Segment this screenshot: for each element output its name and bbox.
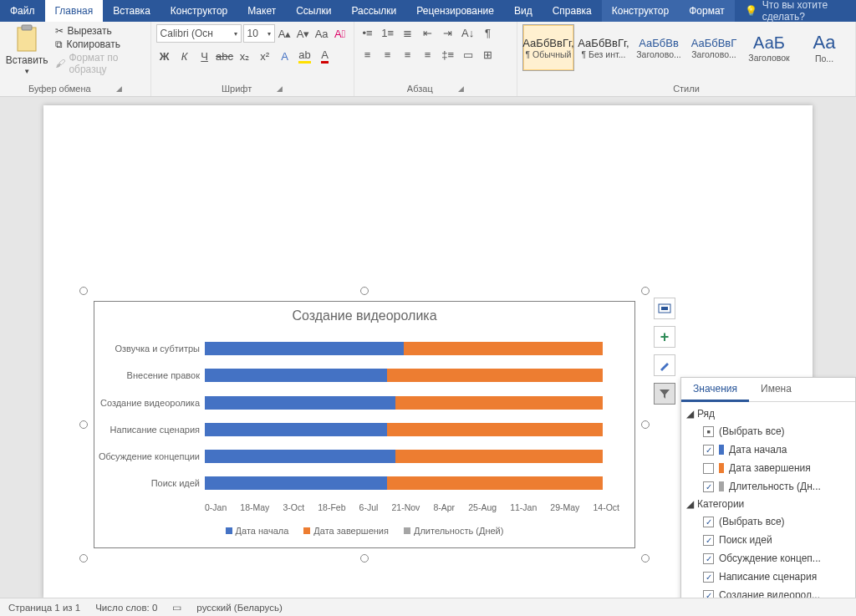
filter-body[interactable]: ◢Ряд (Выбрать все)Дата началаДата заверш… [681, 402, 855, 616]
underline-button[interactable]: Ч [196, 48, 213, 64]
cut-button[interactable]: ✂Вырезать [52, 24, 145, 38]
style-2[interactable]: АаБбВвЗаголово... [633, 24, 685, 71]
bar-segment-start[interactable] [205, 476, 387, 490]
checkbox[interactable] [703, 426, 714, 437]
categories-header[interactable]: ◢Категории [685, 496, 848, 512]
tab-chart-design[interactable]: Конструктор [602, 0, 679, 22]
checkbox[interactable] [703, 553, 714, 564]
copy-button[interactable]: ⧉Копировать [52, 38, 145, 51]
bar-segment-end[interactable] [395, 450, 603, 463]
superscript-button[interactable]: x² [257, 48, 273, 64]
page-status[interactable]: Страница 1 из 1 [8, 603, 80, 613]
subscript-button[interactable]: x₂ [237, 48, 253, 64]
proofing-icon[interactable]: ▭ [172, 602, 181, 613]
sort-button[interactable]: A↓ [460, 24, 476, 41]
filter-item[interactable]: Написание сценария [685, 568, 848, 586]
layout-options-button[interactable] [654, 298, 675, 319]
style-1[interactable]: АаБбВвГг,¶ Без инт... [578, 24, 629, 71]
text-effects-button[interactable]: A [277, 48, 293, 64]
align-center-button[interactable]: ≡ [380, 46, 396, 63]
font-size-select[interactable]: 10▾ [243, 24, 275, 43]
chart-area[interactable]: Создание видеоролика Озвучка и субтитрыВ… [94, 301, 635, 548]
align-right-button[interactable]: ≡ [400, 46, 416, 63]
align-left-button[interactable]: ≡ [359, 46, 376, 63]
justify-button[interactable]: ≡ [420, 46, 436, 63]
filter-item[interactable]: Поиск идей [685, 531, 848, 549]
shading-button[interactable]: ▭ [460, 46, 476, 63]
style-4[interactable]: АаБЗаголовок [743, 24, 795, 71]
clipboard-dialog-launcher[interactable]: ◢ [116, 84, 122, 93]
resize-handle-e[interactable] [641, 420, 650, 429]
language-status[interactable]: русский (Беларусь) [196, 603, 282, 613]
filter-item[interactable]: Дата начала [685, 440, 848, 459]
filter-tab-names[interactable]: Имена [749, 378, 803, 401]
strikethrough-button[interactable]: abc [217, 48, 233, 64]
bar-segment-end[interactable] [395, 396, 603, 410]
filter-item[interactable]: Длительность (Дн... [685, 477, 848, 496]
tab-help[interactable]: Справка [543, 0, 602, 22]
decrease-indent-button[interactable]: ⇤ [420, 24, 436, 41]
bar-segment-start[interactable] [205, 450, 395, 463]
checkbox[interactable] [703, 445, 714, 456]
tab-references[interactable]: Ссылки [286, 0, 341, 22]
checkbox[interactable] [703, 572, 714, 583]
checkbox[interactable] [703, 517, 714, 527]
chart-object[interactable]: Создание видеоролика Озвучка и субтитрыВ… [84, 291, 645, 558]
tab-insert[interactable]: Вставка [103, 0, 160, 22]
word-count[interactable]: Число слов: 0 [95, 603, 157, 613]
bold-button[interactable]: Ж [156, 48, 173, 64]
italic-button[interactable]: К [176, 48, 193, 64]
multilevel-list-button[interactable]: ≣ [400, 24, 416, 41]
legend-item-3[interactable]: Длительность (Дней) [404, 526, 503, 536]
legend-item-1[interactable]: Дата начала [226, 526, 289, 536]
bullets-button[interactable]: •≡ [359, 24, 376, 41]
chart-title[interactable]: Создание видеоролика [94, 308, 634, 323]
increase-indent-button[interactable]: ⇥ [440, 24, 456, 41]
tell-me[interactable]: 💡 Что вы хотите сделать? [735, 0, 856, 22]
show-marks-button[interactable]: ¶ [480, 24, 497, 41]
style-5[interactable]: АаПо... [798, 24, 850, 71]
numbering-button[interactable]: 1≡ [380, 24, 396, 41]
tab-format[interactable]: Формат [679, 0, 735, 22]
paragraph-dialog-launcher[interactable]: ◢ [458, 84, 464, 93]
chart-styles-button[interactable] [654, 354, 675, 376]
filter-tab-values[interactable]: Значения [681, 378, 749, 402]
resize-handle-s[interactable] [360, 554, 369, 563]
resize-handle-sw[interactable] [79, 554, 88, 563]
filter-item[interactable]: (Выбрать все) [685, 512, 848, 531]
filter-item[interactable]: (Выбрать все) [685, 422, 848, 440]
tab-layout[interactable]: Макет [237, 0, 286, 22]
borders-button[interactable]: ⊞ [480, 46, 497, 63]
bar-segment-start[interactable] [205, 342, 404, 355]
change-case-button[interactable]: Aa [313, 25, 330, 42]
legend-item-2[interactable]: Дата завершения [303, 526, 389, 536]
paste-button[interactable]: Вставить ▼ [5, 24, 48, 75]
increase-font-button[interactable]: A▴ [277, 25, 293, 42]
clear-formatting-button[interactable]: A⃠ [332, 25, 349, 42]
checkbox[interactable] [703, 535, 714, 546]
chart-legend[interactable]: Дата начала Дата завершения Длительность… [94, 526, 634, 536]
chart-filters-button[interactable] [654, 383, 675, 405]
resize-handle-w[interactable] [79, 420, 88, 429]
bar-segment-end[interactable] [387, 369, 603, 382]
tab-home[interactable]: Главная [45, 0, 104, 22]
bar-segment-start[interactable] [205, 423, 387, 436]
format-painter-button[interactable]: 🖌Формат по образцу [52, 51, 145, 76]
resize-handle-nw[interactable] [79, 287, 88, 295]
bar-segment-end[interactable] [387, 476, 603, 490]
font-color-button[interactable]: A [317, 48, 334, 64]
style-0[interactable]: АаБбВвГг,¶ Обычный [522, 24, 574, 71]
bar-segment-end[interactable] [404, 342, 603, 355]
style-3[interactable]: АаБбВвГЗаголово... [688, 24, 740, 71]
tab-file[interactable]: Файл [0, 0, 45, 22]
chart-elements-button[interactable]: + [654, 326, 675, 348]
resize-handle-se[interactable] [641, 554, 650, 563]
tab-design[interactable]: Конструктор [160, 0, 237, 22]
line-spacing-button[interactable]: ‡≡ [440, 46, 456, 63]
font-dialog-launcher[interactable]: ◢ [277, 84, 283, 93]
tab-view[interactable]: Вид [504, 0, 543, 22]
decrease-font-button[interactable]: A▾ [295, 25, 312, 42]
filter-item[interactable]: Дата завершения [685, 459, 848, 477]
highlight-button[interactable]: ab [297, 48, 313, 64]
bar-segment-start[interactable] [205, 369, 387, 382]
